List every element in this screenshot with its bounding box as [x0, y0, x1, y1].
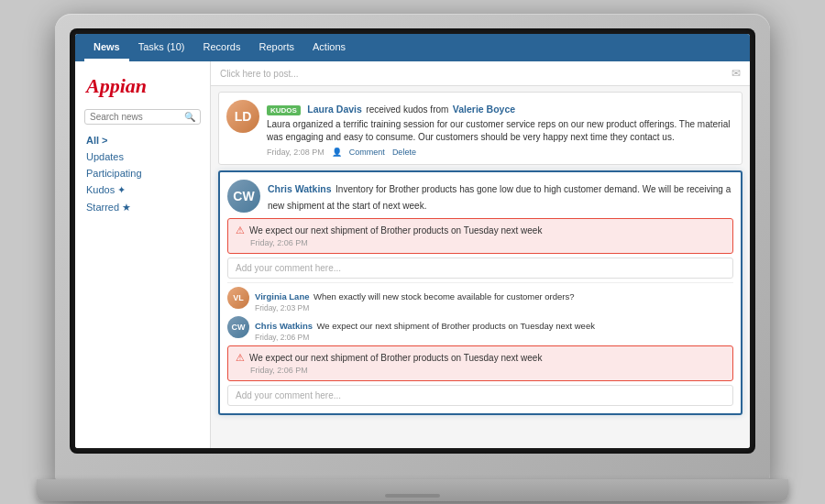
sidebar-item-participating[interactable]: Participating — [75, 165, 210, 181]
error-icon-2: ⚠ — [236, 352, 245, 364]
error-time: Friday, 2:06 PM — [250, 238, 725, 247]
post-icon: ✉ — [732, 67, 741, 80]
error-text-2: We expect our next shipment of Brother p… — [249, 353, 542, 363]
chris-content: Chris Watkins Inventory for Brother prod… — [268, 180, 733, 213]
app-body: Appian 🔍 All > Updates Participating — [75, 61, 750, 448]
error-box-content-2: ⚠ We expect our next shipment of Brother… — [236, 352, 725, 364]
sidebar-all[interactable]: All > — [75, 132, 210, 148]
error-box-content: ⚠ We expect our next shipment of Brother… — [236, 225, 725, 236]
nav-tab-reports[interactable]: Reports — [249, 34, 303, 61]
error-text: We expect our next shipment of Brother p… — [249, 225, 542, 236]
kudos-received-text: received kudos from — [366, 104, 448, 115]
feed-header-line: KUDOS Laura Davis received kudos from Va… — [267, 100, 734, 116]
avatar-laura: LD — [226, 100, 259, 133]
feed-meta-kudos: Friday, 2:08 PM 👤 Comment Delete — [267, 148, 734, 157]
person-icon: 👤 — [332, 148, 342, 157]
comment-chris: CW Chris Watkins We expect our next ship… — [227, 316, 733, 342]
avatar-chris-sm: CW — [227, 316, 249, 338]
kudos-badge: KUDOS — [267, 105, 301, 115]
post-bar[interactable]: Click here to post... ✉ — [211, 61, 750, 86]
chris-header: CW Chris Watkins Inventory for Brother p… — [227, 180, 733, 213]
error-box-focused: ⚠ We expect our next shipment of Brother… — [227, 218, 733, 254]
logo: Appian — [75, 69, 210, 105]
search-input[interactable] — [90, 112, 184, 122]
nav-tab-records[interactable]: Records — [194, 34, 250, 61]
feed-item-header: LD KUDOS Laura Davis received kudos from… — [226, 100, 734, 157]
nav-tab-news[interactable]: News — [84, 34, 129, 61]
feed-content-kudos: KUDOS Laura Davis received kudos from Va… — [267, 100, 734, 157]
kudos-comment-action[interactable]: Comment — [349, 148, 385, 157]
logo-text: Appian — [86, 74, 147, 97]
search-icon: 🔍 — [184, 112, 195, 122]
kudos-from-name: Valerie Boyce — [453, 104, 515, 115]
laptop-shell: News Tasks (10) Records Reports Actions — [55, 14, 770, 490]
virginia-name: Virginia Lane — [255, 291, 309, 301]
main-content: Click here to post... ✉ LD KUDOS — [211, 61, 750, 448]
error-time-2: Friday, 2:06 PM — [250, 366, 725, 375]
sidebar-item-updates[interactable]: Updates — [75, 148, 210, 165]
feed: LD KUDOS Laura Davis received kudos from… — [211, 86, 750, 426]
virginia-time: Friday, 2:03 PM — [255, 303, 733, 312]
virginia-comment-body: Virginia Lane When exactly will new stoc… — [255, 287, 733, 312]
sidebar: Appian 🔍 All > Updates Participating — [75, 61, 211, 448]
avatar-chris: CW — [227, 180, 260, 213]
feed-item-chris: CW Chris Watkins Inventory for Brother p… — [218, 170, 742, 415]
chris-comment-time: Friday, 2:06 PM — [255, 333, 733, 342]
screen-bezel: News Tasks (10) Records Reports Actions — [70, 28, 755, 454]
kudos-sender-name: Laura Davis — [307, 104, 362, 115]
chris-name: Chris Watkins — [268, 183, 332, 194]
laptop-base — [37, 479, 788, 501]
comment-input-top[interactable]: Add your comment here... — [227, 257, 733, 279]
kudos-time: Friday, 2:08 PM — [267, 148, 324, 157]
sidebar-item-starred[interactable]: Starred ★ — [75, 199, 210, 216]
comment-thread: VL Virginia Lane When exactly will new s… — [227, 282, 733, 406]
kudos-body: Laura organized a terrific training sess… — [267, 118, 734, 144]
comment-input-bottom[interactable]: Add your comment here... — [227, 385, 733, 406]
chris-comment-name: Chris Watkins — [255, 321, 313, 331]
feed-item-kudos: LD KUDOS Laura Davis received kudos from… — [218, 92, 742, 165]
nav-tab-tasks[interactable]: Tasks (10) — [129, 34, 194, 61]
comment-virginia: VL Virginia Lane When exactly will new s… — [227, 287, 733, 312]
kudos-delete-action[interactable]: Delete — [392, 148, 416, 157]
virginia-text: When exactly will new stock become avail… — [314, 291, 575, 301]
search-box[interactable]: 🔍 — [84, 109, 201, 125]
screen: News Tasks (10) Records Reports Actions — [75, 34, 750, 448]
post-placeholder: Click here to post... — [220, 69, 732, 79]
chris-body: Inventory for Brother products has gone … — [268, 184, 731, 211]
chris-comment-text: We expect our next shipment of Brother p… — [316, 321, 594, 331]
error-icon: ⚠ — [236, 225, 245, 236]
chris-comment-body: Chris Watkins We expect our next shipmen… — [255, 316, 733, 342]
nav-tab-actions[interactable]: Actions — [303, 34, 355, 61]
error-box-second: ⚠ We expect our next shipment of Brother… — [227, 345, 733, 381]
avatar-virginia: VL — [227, 287, 249, 309]
sidebar-item-kudos[interactable]: Kudos ✦ — [75, 181, 210, 199]
app-nav: News Tasks (10) Records Reports Actions — [75, 34, 750, 61]
